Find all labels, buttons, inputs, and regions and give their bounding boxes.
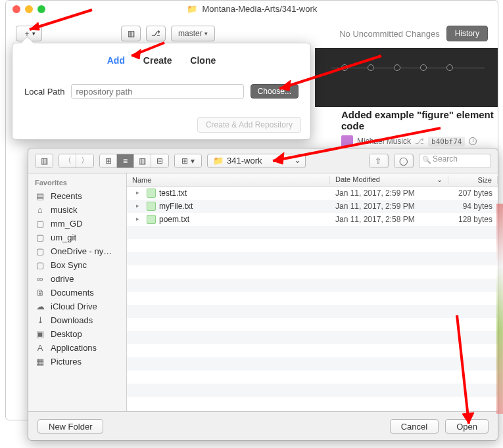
sidebar-item[interactable]: ⤓Downloads (28, 313, 126, 327)
empty-row (127, 397, 498, 410)
tab-clone[interactable]: Clone (190, 55, 216, 66)
nav-seg: 〈 〉 (59, 154, 94, 168)
col-date[interactable]: Date Modified⌄ (330, 175, 448, 184)
file-icon (147, 189, 156, 198)
clock-icon (469, 137, 477, 145)
commit-author: Michael Musick (357, 137, 411, 146)
empty-row (127, 292, 498, 305)
commit-title: Added example "figure" element code (341, 109, 494, 131)
sidebar-item[interactable]: ▢Box Sync (28, 258, 126, 272)
sidebar-item-icon: 🗎 (35, 288, 45, 298)
sidebar-item-icon: ☁ (35, 302, 45, 311)
sidebar-item-label: Pictures (51, 357, 82, 367)
file-picker-sheet: ▥ 〈 〉 ⊞ ≡ ▥ ⊟ ⊞ ▾ 📁 341-work ⇧ ◯ Search … (28, 148, 498, 441)
sidebar-item-icon: A (35, 343, 45, 353)
layout-toggle-button[interactable]: ▥ (121, 26, 141, 41)
open-button[interactable]: Open (445, 419, 489, 434)
commit-dot[interactable] (420, 64, 427, 71)
sidebar-item[interactable]: ▢OneDrive - ny… (28, 244, 126, 258)
file-icon (147, 215, 156, 224)
sidebar-item[interactable]: AApplications (28, 341, 126, 355)
file-list-area: Name Date Modified⌄ Size test1.txtJan 11… (127, 173, 498, 411)
sidebar-toggle-icon[interactable]: ▥ (36, 154, 53, 168)
empty-row (127, 384, 498, 397)
sidebar-item[interactable]: ▢um_git (28, 231, 126, 244)
empty-row (127, 357, 498, 370)
sidebar-item-label: iCloud Drive (51, 302, 97, 311)
local-path-label: Local Path (24, 87, 64, 97)
share-button[interactable]: ⇧ (369, 154, 389, 168)
list-view-button[interactable]: ≡ (117, 154, 134, 168)
sidebar-item[interactable]: ▢mm_GD (28, 217, 126, 231)
empty-row (127, 305, 498, 318)
group-button[interactable]: ⊞ ▾ (175, 154, 201, 168)
sidebar-item-label: Box Sync (51, 260, 87, 270)
choose-button[interactable]: Choose... (251, 84, 299, 99)
sidebar-item[interactable]: ∞odrive (28, 272, 126, 286)
file-icon (147, 202, 156, 211)
file-row[interactable]: myFile.txtJan 11, 2017, 2:59 PM94 bytes (127, 200, 498, 213)
sidebar-item-label: Applications (51, 343, 97, 353)
group-seg[interactable]: ⊞ ▾ (174, 154, 202, 168)
tab-create[interactable]: Create (143, 55, 172, 66)
empty-row (127, 265, 498, 279)
gallery-view-button[interactable]: ⊟ (151, 154, 168, 168)
commit-dot[interactable] (394, 64, 400, 71)
sidebar-toggle-seg[interactable]: ▥ (35, 154, 53, 168)
sidebar-item-icon: ▤ (35, 191, 45, 201)
tab-add[interactable]: Add (107, 55, 125, 66)
tags-button[interactable]: ◯ (394, 154, 414, 168)
sidebar-item[interactable]: ⌂musick (28, 203, 126, 217)
app-toolbar: ＋ ▾ ▥ ⎇ master ▾ No Uncommitted Changes … (16, 24, 488, 43)
sidebar-item-icon: ▢ (35, 219, 45, 229)
empty-row (127, 344, 498, 357)
sidebar-item[interactable]: ▦Pictures (28, 355, 126, 369)
cancel-button[interactable]: Cancel (390, 419, 439, 434)
sidebar-item[interactable]: ▤Recents (28, 189, 126, 203)
local-path-input[interactable] (71, 84, 243, 99)
col-size[interactable]: Size (448, 176, 498, 184)
picker-toolbar: ▥ 〈 〉 ⊞ ≡ ▥ ⊟ ⊞ ▾ 📁 341-work ⇧ ◯ Search (28, 148, 498, 173)
create-add-button[interactable]: Create & Add Repository (197, 117, 301, 133)
sidebar-item-icon: ▣ (35, 329, 45, 339)
popover-tabs: Add Create Clone (12, 55, 310, 66)
forward-button[interactable]: 〉 (76, 154, 93, 168)
empty-row (127, 318, 498, 331)
add-repo-popover: Add Create Clone Local Path Choose... Cr… (12, 43, 311, 140)
path-dropdown[interactable]: 📁 341-work (207, 154, 306, 168)
history-button[interactable]: History (446, 26, 488, 41)
commit-sha[interactable]: b40bf74 (428, 137, 465, 146)
commit-dot[interactable] (368, 64, 374, 71)
back-button[interactable]: 〈 (59, 154, 76, 168)
icon-view-button[interactable]: ⊞ (100, 154, 117, 168)
col-name[interactable]: Name (127, 176, 330, 184)
sidebar-item-icon: ▢ (35, 246, 45, 256)
window-title: 📁 Montana-Media-Arts/341-work (6, 4, 498, 14)
timeline-strip (315, 48, 498, 107)
sidebar-item-icon: ▢ (35, 233, 45, 242)
file-row[interactable]: test1.txtJan 11, 2017, 2:59 PM207 bytes (127, 187, 498, 200)
chevron-down-icon: ⌄ (437, 175, 443, 184)
sidebar-item-label: Documents (51, 288, 94, 298)
branch-selector[interactable]: master ▾ (171, 26, 215, 41)
sidebar-item[interactable]: 🗎Documents (28, 286, 126, 300)
sidebar-item-label: musick (51, 205, 77, 215)
new-folder-button[interactable]: New Folder (37, 419, 103, 434)
column-headers: Name Date Modified⌄ Size (127, 173, 498, 187)
column-view-button[interactable]: ▥ (134, 154, 151, 168)
sidebar-item-label: Recents (51, 191, 82, 201)
commit-dot[interactable] (341, 64, 348, 71)
no-uncommitted-label: No Uncommitted Changes (339, 29, 439, 39)
sidebar-item-label: odrive (51, 274, 74, 284)
sidebar-item[interactable]: ▣Desktop (28, 327, 126, 341)
empty-row (127, 239, 498, 252)
path-label: 341-work (227, 156, 262, 166)
folder-icon: 📁 (213, 156, 224, 166)
commit-dot[interactable] (446, 64, 453, 71)
file-row[interactable]: poem.txtJan 11, 2017, 2:58 PM128 bytes (127, 213, 498, 226)
avatar-icon (341, 135, 353, 147)
sidebar-item-label: mm_GD (51, 219, 82, 229)
search-field[interactable]: Search (419, 154, 491, 168)
branch-button[interactable]: ⎇ (146, 26, 166, 41)
sidebar-item[interactable]: ☁iCloud Drive (28, 300, 126, 313)
